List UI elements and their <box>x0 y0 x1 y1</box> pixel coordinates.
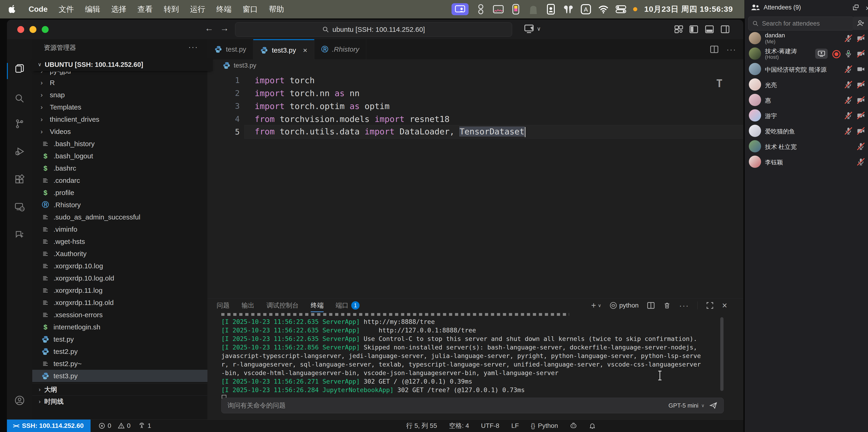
close-tab-icon[interactable]: × <box>303 46 307 55</box>
ports-status[interactable]: 1 <box>138 422 151 429</box>
panel-tab[interactable]: 问题 <box>217 299 229 312</box>
input-source-icon[interactable]: A <box>581 4 591 14</box>
control-center-icon[interactable] <box>616 4 626 14</box>
file-row[interactable]: ›thinclient_drives <box>32 113 208 125</box>
extensions-icon[interactable] <box>14 174 25 184</box>
panel-tab[interactable]: 输出 <box>242 299 254 312</box>
file-row[interactable]: .bash_history <box>32 137 208 150</box>
menu-app-name[interactable]: Code <box>23 5 53 13</box>
file-row[interactable]: .xorgxrdp.11.log <box>32 284 208 297</box>
menu-item[interactable]: 运行 <box>185 4 211 14</box>
bell-icon[interactable] <box>589 422 596 429</box>
encoding[interactable]: UTF-8 <box>481 422 499 429</box>
cpu-graph-icon[interactable] <box>493 4 504 14</box>
file-row[interactable]: Ⓡ.Rhistory <box>32 199 208 211</box>
close-icon[interactable]: × <box>865 4 868 13</box>
file-row[interactable]: ›snap <box>32 89 208 101</box>
cursor-position[interactable]: 行 5, 列 55 <box>406 422 437 430</box>
menu-item[interactable]: 窗口 <box>237 4 264 14</box>
outline-section[interactable]: › 大纲 <box>32 383 214 396</box>
source-control-icon[interactable] <box>14 119 25 129</box>
code-line[interactable]: 4from torchvision.models import resnet18 <box>208 113 743 125</box>
eol[interactable]: LF <box>511 422 519 429</box>
menu-item[interactable]: 编辑 <box>80 4 106 14</box>
close-window-button[interactable] <box>17 26 24 33</box>
panel-more-icon[interactable]: ··· <box>679 301 689 310</box>
mic-muted-icon[interactable] <box>844 65 852 73</box>
toggle-panel-icon[interactable] <box>705 25 714 34</box>
terminal-chat-input[interactable]: 询问有关命令的问题 GPT-5 mini ∨ <box>221 398 724 413</box>
send-icon[interactable] <box>709 401 717 410</box>
file-row[interactable]: ›Videos <box>32 125 208 137</box>
attendee-row[interactable]: 李钰颖 <box>745 154 868 169</box>
add-attendee-button[interactable] <box>852 17 868 30</box>
terminal-scrollbar[interactable] <box>720 317 723 391</box>
apple-menu[interactable] <box>0 4 23 14</box>
menu-item[interactable]: 文件 <box>53 4 80 14</box>
circles-icon[interactable] <box>475 4 486 14</box>
attendee-row[interactable]: 技术 杜立宽 <box>745 138 868 154</box>
file-row[interactable]: .viminfo <box>32 223 208 235</box>
editor-tab[interactable]: Ⓡ.Rhistory <box>314 39 366 59</box>
app-blob-icon[interactable] <box>528 4 539 14</box>
file-row[interactable]: .xorgxrdp.10.log <box>32 260 208 272</box>
file-row[interactable]: .Xauthority <box>32 248 208 260</box>
menu-clock[interactable]: 10月23日 周四 19:56:39 <box>644 4 733 14</box>
camera-muted-icon[interactable] <box>857 127 865 135</box>
camera-muted-icon[interactable] <box>857 50 865 58</box>
camera-muted-icon[interactable] <box>857 81 865 89</box>
command-center-search[interactable]: ubuntu [SSH: 100.114.252.60] <box>235 22 512 37</box>
attendee-row[interactable]: 爱吃猫的鱼 <box>745 123 868 138</box>
editor-tab[interactable]: test3.py× <box>253 39 314 60</box>
mic-muted-icon[interactable] <box>857 142 865 151</box>
remote-explorer-icon[interactable]: >< <box>14 202 25 212</box>
explorer-icon[interactable] <box>14 63 25 73</box>
file-row[interactable]: $.profile <box>32 186 208 199</box>
terminal-output[interactable]: [I 2025-10-23 11:56:22.635 ServerApp] ht… <box>221 315 718 390</box>
mic-muted-icon[interactable] <box>857 158 865 166</box>
copilot-icon[interactable] <box>570 422 577 429</box>
color-meter-icon[interactable] <box>510 4 521 14</box>
camera-muted-icon[interactable] <box>857 34 865 42</box>
panel-tab[interactable]: 终端 <box>311 299 323 312</box>
menu-item[interactable]: 查看 <box>132 4 158 14</box>
file-row[interactable]: $.bash_logout <box>32 150 208 162</box>
menu-item[interactable]: 选择 <box>106 4 132 14</box>
maximize-panel-icon[interactable] <box>706 302 714 309</box>
more-actions-icon[interactable]: ··· <box>726 45 736 54</box>
id-card-icon[interactable] <box>546 4 556 14</box>
problems-status[interactable]: 0 0 <box>98 422 130 429</box>
close-panel-icon[interactable]: × <box>722 301 727 310</box>
file-row[interactable]: ›Templates <box>32 101 208 113</box>
code-line[interactable]: 3import torch.optim as optim <box>208 100 743 113</box>
code-line[interactable]: 5from torch.utils.data import DataLoader… <box>208 125 743 138</box>
file-row[interactable]: $internetlogin.sh <box>32 321 208 333</box>
airpods-icon[interactable] <box>563 4 574 14</box>
camera-muted-icon[interactable] <box>857 96 865 104</box>
file-row[interactable]: test.py <box>32 333 208 345</box>
file-row[interactable]: .xorgxrdp.11.log.old <box>32 297 208 309</box>
layout-grid-icon[interactable] <box>674 25 683 34</box>
file-row[interactable]: test2.py <box>32 345 208 358</box>
attendee-row[interactable]: 技术-蒋建涛(Host) <box>745 46 868 61</box>
file-row[interactable]: ›R <box>32 76 208 89</box>
attendee-row[interactable]: 中国经济研究院 熊泽源 <box>745 61 868 77</box>
toggle-secondary-sidebar-icon[interactable] <box>720 25 730 34</box>
model-picker[interactable]: GPT-5 mini ∨ <box>669 402 705 409</box>
mic-muted-icon[interactable] <box>844 34 852 42</box>
search-view-icon[interactable] <box>14 93 25 103</box>
camera-on-icon[interactable] <box>857 65 865 73</box>
split-terminal-icon[interactable] <box>647 302 655 309</box>
kill-terminal-icon[interactable] <box>663 302 671 309</box>
file-row[interactable]: .condarc <box>32 174 208 186</box>
file-row[interactable]: $.bashrc <box>32 162 208 174</box>
file-row[interactable]: .xorgxrdp.10.log.old <box>32 272 208 284</box>
code-editor[interactable]: 1import torch2import torch.nn as nn3impo… <box>208 71 743 318</box>
file-row[interactable]: .xsession-errors <box>32 309 208 321</box>
zoom-window-button[interactable] <box>42 26 49 33</box>
editor-tab[interactable]: test.py <box>208 39 253 59</box>
remote-window-menu[interactable]: ∨ <box>524 24 541 33</box>
attendee-row[interactable]: 惠 <box>745 92 868 107</box>
attendee-row[interactable]: dandan(Me) <box>745 30 868 46</box>
code-line[interactable]: 2import torch.nn as nn <box>208 87 743 100</box>
